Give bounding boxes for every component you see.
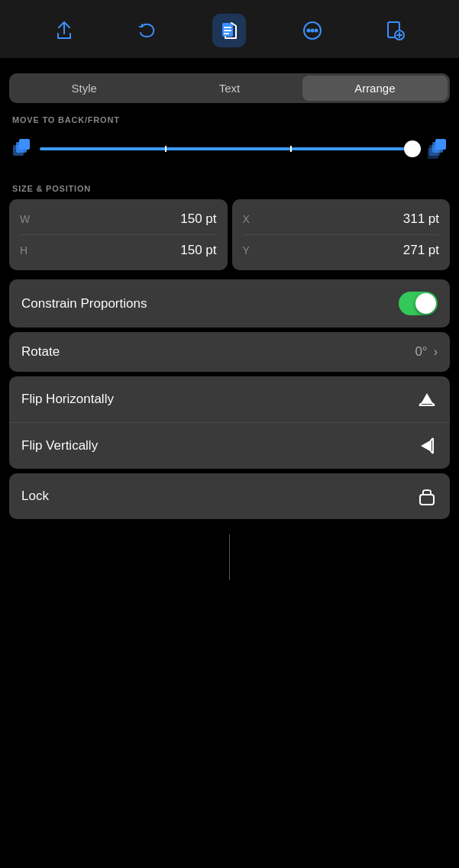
- tab-text[interactable]: Text: [157, 76, 302, 101]
- svg-marker-19: [421, 393, 433, 404]
- size-section-label: SIZE & POSITION: [0, 172, 459, 199]
- width-label: W: [20, 213, 30, 225]
- constrain-toggle[interactable]: [399, 292, 438, 315]
- x-label: X: [243, 213, 250, 225]
- move-section-label: MOVE TO BACK/FRONT: [0, 103, 459, 131]
- flip-vertically-label: Flip Vertically: [21, 438, 98, 453]
- tabs: Style Text Arrange: [9, 73, 450, 103]
- tab-arrange[interactable]: Arrange: [302, 76, 448, 101]
- constrain-proportions-row[interactable]: Constrain Proportions: [9, 279, 450, 328]
- svg-point-6: [311, 30, 313, 32]
- layers-front-icon: [427, 138, 448, 160]
- height-label: H: [20, 244, 27, 257]
- width-value: 150 pt: [180, 211, 216, 227]
- move-to-back-front-section: MOVE TO BACK/FRONT: [0, 103, 459, 172]
- flip-horizontally-row[interactable]: Flip Horizontally: [9, 376, 450, 422]
- svg-point-7: [315, 30, 317, 32]
- y-value: 271 pt: [403, 243, 439, 258]
- rotate-chevron: ›: [434, 345, 438, 359]
- layers-back-icon: [11, 138, 32, 160]
- tab-style[interactable]: Style: [11, 76, 157, 101]
- bottom-line: [229, 534, 230, 580]
- share-button[interactable]: [47, 14, 81, 47]
- svg-marker-23: [421, 440, 432, 452]
- flip-horizontal-icon: [416, 389, 438, 410]
- layer-slider-row: [0, 131, 459, 172]
- rotate-right: 0° ›: [415, 344, 438, 360]
- flip-group: Flip Horizontally Flip Vertically: [9, 376, 450, 469]
- constrain-label: Constrain Proportions: [21, 296, 147, 311]
- svg-rect-27: [420, 495, 434, 505]
- layer-slider[interactable]: [40, 141, 419, 156]
- rotate-row[interactable]: Rotate 0° ›: [9, 332, 450, 372]
- lock-label: Lock: [21, 489, 49, 504]
- undo-button[interactable]: [130, 14, 163, 47]
- height-value: 150 pt: [180, 243, 216, 258]
- width-height-box[interactable]: W 150 pt H 150 pt: [9, 199, 228, 270]
- rotate-value: 0°: [415, 344, 427, 360]
- doc-button[interactable]: [378, 14, 412, 47]
- xy-box[interactable]: X 311 pt Y 271 pt: [232, 199, 451, 270]
- flip-vertical-icon: [416, 435, 438, 457]
- x-value: 311 pt: [403, 211, 439, 227]
- svg-rect-18: [428, 148, 438, 159]
- flip-horizontally-label: Flip Horizontally: [21, 392, 114, 407]
- svg-point-5: [307, 30, 309, 32]
- format-button[interactable]: [212, 14, 246, 47]
- size-position-grid: W 150 pt H 150 pt X 311 pt Y 271 pt: [0, 199, 459, 279]
- svg-rect-14: [19, 139, 30, 150]
- size-position-section: SIZE & POSITION W 150 pt H 150 pt X 311 …: [0, 172, 459, 279]
- flip-vertically-row[interactable]: Flip Vertically: [9, 422, 450, 469]
- lock-row[interactable]: Lock: [9, 473, 450, 519]
- toolbar: [0, 0, 459, 58]
- lock-icon: [416, 486, 438, 507]
- svg-rect-17: [435, 139, 446, 150]
- rotate-label: Rotate: [21, 344, 60, 360]
- y-label: Y: [243, 244, 250, 257]
- more-button[interactable]: [296, 14, 329, 47]
